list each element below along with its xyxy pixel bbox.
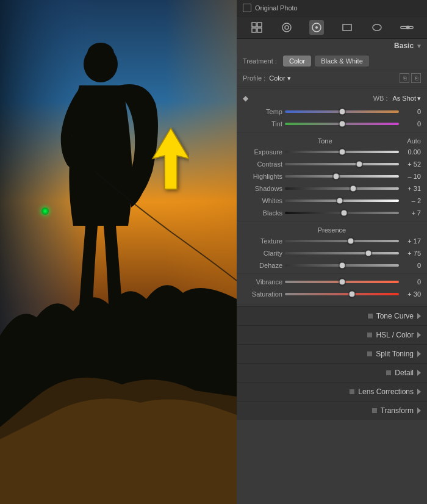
transform-section[interactable]: Transform <box>237 401 427 420</box>
whites-slider-row: Whites – 2 <box>237 195 427 207</box>
saturation-value: + 30 <box>401 290 421 298</box>
tone-header: Tone Auto <box>237 134 427 146</box>
right-panel: Original Photo <box>237 0 427 504</box>
highlights-slider[interactable] <box>285 172 399 181</box>
lens-corrections-section[interactable]: Lens Corrections <box>237 382 427 401</box>
temp-slider[interactable] <box>285 107 399 116</box>
tint-slider-row: Tint 0 <box>237 118 427 130</box>
texture-value: + 17 <box>401 237 421 245</box>
toolbar <box>237 16 427 39</box>
saturation-slider[interactable] <box>285 290 399 298</box>
hsl-color-section[interactable]: HSL / Color <box>237 325 427 344</box>
whites-value: – 2 <box>401 197 421 204</box>
shadows-value: + 31 <box>401 185 421 192</box>
tint-slider[interactable] <box>285 120 399 128</box>
vibrance-slider[interactable] <box>285 278 399 286</box>
detail-section[interactable]: Detail <box>237 363 427 382</box>
crop-tool-icon[interactable] <box>279 20 294 35</box>
exposure-label: Exposure <box>243 148 282 156</box>
profile-icons: ⎗ ⎗ <box>400 73 421 83</box>
svg-marker-5 <box>152 128 189 189</box>
svg-point-13 <box>315 26 318 29</box>
tone-curve-label: Tone Curve <box>376 312 414 320</box>
tone-auto-btn[interactable]: Auto <box>407 137 421 145</box>
saturation-slider-row: Saturation + 30 <box>237 288 427 300</box>
basic-section-header: Basic ▼ <box>237 39 427 52</box>
treatment-color-btn[interactable]: Color <box>283 56 311 67</box>
svg-rect-7 <box>257 23 262 27</box>
tint-value: 0 <box>401 120 421 128</box>
blacks-value: + 7 <box>401 209 421 217</box>
vibrance-slider-row: Vibrance 0 <box>237 276 427 288</box>
svg-rect-6 <box>252 23 256 27</box>
temp-label: Temp <box>243 108 282 115</box>
lens-corrections-label: Lens Corrections <box>358 387 414 396</box>
exposure-slider-row: Exposure 0.00 <box>237 146 427 158</box>
texture-slider[interactable] <box>285 237 399 245</box>
radial-tool-icon[interactable] <box>370 20 384 35</box>
dehaze-value: 0 <box>401 262 421 269</box>
blacks-label: Blacks <box>243 209 282 217</box>
library-tool-icon[interactable] <box>249 20 264 35</box>
svg-point-4 <box>87 43 114 65</box>
hsl-arrow <box>417 332 421 338</box>
treatment-bw-btn[interactable]: Black & White <box>315 56 368 67</box>
profile-icon-2[interactable]: ⎗ <box>411 73 421 83</box>
transform-label: Transform <box>381 406 414 415</box>
profile-label: Profile : <box>243 74 265 82</box>
wb-row: ◆ WB : As Shot ▾ <box>237 91 427 106</box>
shadows-slider-row: Shadows + 31 <box>237 182 427 195</box>
shadows-slider[interactable] <box>285 184 399 193</box>
whites-label: Whites <box>243 197 282 204</box>
tone-curve-section[interactable]: Tone Curve <box>237 306 427 325</box>
wb-label: WB : <box>373 95 388 102</box>
clarity-slider-row: Clarity + 75 <box>237 247 427 259</box>
transform-indicator <box>372 408 377 413</box>
hsl-label: HSL / Color <box>376 331 414 339</box>
basic-chevron[interactable]: ▼ <box>416 43 422 49</box>
presence-header: Presence <box>237 223 427 235</box>
shadows-label: Shadows <box>243 185 282 192</box>
svg-rect-9 <box>257 28 262 32</box>
svg-point-15 <box>373 24 381 31</box>
svg-point-10 <box>282 23 291 32</box>
profile-value[interactable]: Color ▾ <box>269 74 290 82</box>
highlights-label: Highlights <box>243 173 282 180</box>
split-toning-section[interactable]: Split Toning <box>237 344 427 363</box>
rect-tool-icon[interactable] <box>340 20 354 35</box>
vibrance-label: Vibrance <box>243 278 282 286</box>
blacks-slider[interactable] <box>285 209 399 217</box>
dehaze-slider[interactable] <box>285 261 399 270</box>
tone-curve-indicator <box>368 314 373 319</box>
whites-slider[interactable] <box>285 196 399 205</box>
detail-arrow <box>417 370 421 376</box>
original-photo-checkbox[interactable] <box>243 4 251 12</box>
texture-label: Texture <box>243 237 282 245</box>
svg-rect-8 <box>252 28 256 32</box>
tone-curve-arrow <box>417 313 421 319</box>
eyedropper-icon[interactable]: ◆ <box>243 94 248 103</box>
profile-icon-1[interactable]: ⎗ <box>400 73 409 83</box>
develop-panel[interactable]: Basic ▼ Treatment : Color Black & White … <box>237 39 427 504</box>
contrast-label: Contrast <box>243 160 282 168</box>
basic-title: Basic <box>242 41 414 50</box>
gradient-tool-icon[interactable] <box>400 20 414 35</box>
split-toning-indicator <box>367 351 372 356</box>
svg-rect-14 <box>343 24 351 31</box>
temp-value: 0 <box>401 108 421 115</box>
lens-corrections-arrow <box>417 389 421 395</box>
exposure-value: 0.00 <box>401 148 421 156</box>
exposure-slider[interactable] <box>285 148 399 156</box>
split-toning-arrow <box>417 351 421 357</box>
wb-value[interactable]: As Shot ▾ <box>392 95 421 103</box>
clarity-slider[interactable] <box>285 249 399 257</box>
spot-heal-icon[interactable] <box>309 20 324 35</box>
temp-slider-row: Temp 0 <box>237 106 427 118</box>
contrast-value: + 52 <box>401 160 421 168</box>
photo-silhouette <box>0 0 237 504</box>
clarity-label: Clarity <box>243 250 282 257</box>
contrast-slider[interactable] <box>285 160 399 168</box>
highlights-slider-row: Highlights – 10 <box>237 170 427 182</box>
treatment-row: Treatment : Color Black & White <box>237 52 427 70</box>
blacks-slider-row: Blacks + 7 <box>237 207 427 219</box>
